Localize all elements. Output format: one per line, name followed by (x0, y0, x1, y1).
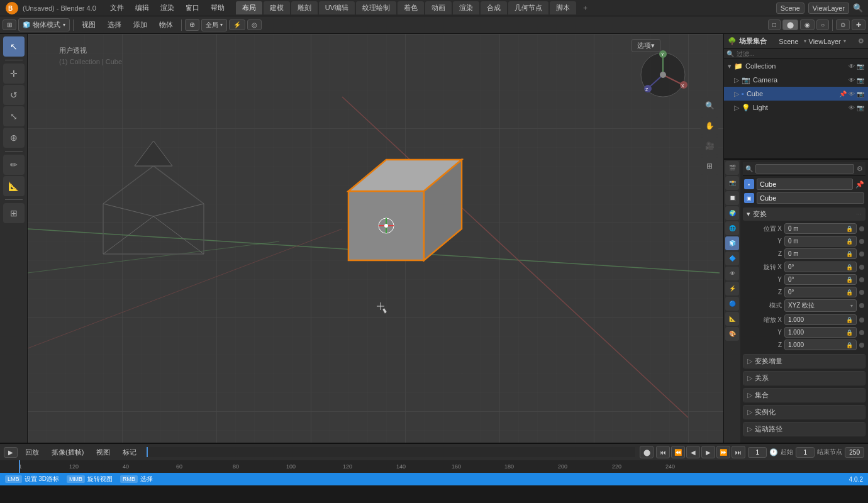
editor-type-button[interactable]: ⊞ (3, 19, 16, 30)
step-back-button[interactable]: ◀ (686, 446, 700, 458)
props-tab-render[interactable]: 🎬 (725, 161, 739, 175)
jump-start-button[interactable]: ⏮ (656, 446, 670, 458)
rotation-y-lock-icon[interactable]: 🔒 (846, 277, 853, 283)
rotation-z-field[interactable]: 0° 🔒 (784, 287, 857, 297)
rotation-mode-select[interactable]: XYZ 欧拉 ▾ (784, 299, 857, 312)
workspace-tab-geometry[interactable]: 几何节点 (508, 1, 548, 14)
timeline-bar[interactable] (147, 447, 635, 457)
annotate-tool-button[interactable]: ✏ (3, 155, 25, 175)
workspace-tab-rendering[interactable]: 渲染 (453, 1, 479, 14)
rotation-x-keyframe-dot[interactable] (859, 265, 864, 270)
timeline-marker-menu[interactable]: 标记 (118, 446, 142, 458)
rotation-y-field[interactable]: 0° 🔒 (784, 274, 857, 285)
rotation-x-lock-icon[interactable]: 🔒 (846, 264, 853, 270)
workspace-tab-modeling[interactable]: 建模 (264, 1, 290, 14)
viewport-move-button[interactable]: ✋ (701, 117, 718, 135)
timeline-scrubber[interactable]: 1 120 40 60 80 100 120 140 160 180 200 2… (0, 460, 868, 473)
wireframe-shading-button[interactable]: □ (768, 19, 781, 30)
location-y-field[interactable]: 0 m 🔒 (784, 236, 857, 246)
workspace-tab-compositing[interactable]: 合成 (481, 1, 507, 14)
props-object-name-field[interactable] (757, 179, 853, 190)
props-tab-viewlayer[interactable]: 🔲 (725, 191, 739, 205)
workspace-tab-layout[interactable]: 布局 (236, 1, 262, 14)
props-tab-world[interactable]: 🌐 (725, 221, 739, 235)
object-mode-selector[interactable]: 🧊 物体模式 ▾ (18, 18, 70, 31)
location-z-field[interactable]: 0 m 🔒 (784, 248, 857, 259)
current-frame-display[interactable]: 1 (748, 447, 767, 458)
cube-render-icon[interactable]: 📷 (857, 91, 864, 97)
props-tab-modifier[interactable]: 🔷 (725, 252, 739, 265)
scale-z-keyframe-dot[interactable] (859, 343, 864, 348)
timeline-keying-button[interactable]: ⬤ (640, 446, 654, 458)
transform-section-header[interactable]: ▾ 变换 ⋯ (743, 207, 865, 221)
outliner-search-input[interactable] (734, 50, 865, 57)
scene-dropdown[interactable]: Scene (776, 3, 804, 14)
scale-tool-button[interactable]: ⤡ (3, 106, 25, 126)
menu-window[interactable]: 窗口 (181, 2, 204, 14)
outliner-collection-item[interactable]: ▾ 📁 Collection 👁 📷 (724, 59, 868, 73)
location-z-lock-icon[interactable]: 🔒 (846, 251, 853, 257)
props-tab-constraints[interactable]: 🔵 (725, 297, 739, 311)
scale-z-field[interactable]: 1.000 🔒 (784, 340, 857, 350)
view-layer-dropdown[interactable]: ViewLayer (808, 3, 849, 14)
workspace-tab-uv[interactable]: UV编辑 (319, 1, 355, 14)
collections-header[interactable]: ▷ 集合 (743, 389, 865, 402)
transform-options-icon[interactable]: ⋯ (856, 211, 862, 218)
viewport-menu-view[interactable]: 视图 (77, 19, 101, 31)
camera-render-icon[interactable]: 📷 (857, 77, 864, 84)
delta-transform-header[interactable]: ▷ 变换增量 (743, 355, 865, 368)
move-tool-button[interactable]: ✛ (3, 64, 25, 84)
viewport-quad-view-button[interactable]: ⊞ (701, 157, 718, 175)
location-y-keyframe-dot[interactable] (859, 239, 864, 244)
viewport-menu-object[interactable]: 物体 (154, 19, 178, 31)
workspace-tab-texture[interactable]: 纹理绘制 (356, 1, 396, 14)
search-icon[interactable]: 🔍 (853, 3, 863, 13)
props-tab-physics[interactable]: ⚡ (725, 282, 739, 296)
pivot-point-button[interactable]: ⊕ (185, 19, 199, 31)
viewport-menu-select[interactable]: 选择 (103, 19, 126, 31)
props-tab-scene[interactable]: 🌍 (725, 206, 739, 220)
location-y-lock-icon[interactable]: 🔒 (846, 238, 853, 245)
scale-x-field[interactable]: 1.000 🔒 (784, 314, 857, 325)
scale-y-lock-icon[interactable]: 🔒 (846, 329, 853, 336)
solid-shading-button[interactable]: ⬤ (782, 19, 798, 30)
timeline-interpolation-menu[interactable]: 抓像(插帧) (47, 446, 89, 458)
jump-back-keyframe-button[interactable]: ⏪ (671, 446, 685, 458)
timeline-editor-type-button[interactable]: ▶ (4, 447, 18, 458)
play-forward-button[interactable]: ▶ (701, 446, 715, 458)
collection-visibility-icon[interactable]: 👁 (849, 63, 855, 70)
cube-pin-icon[interactable]: 📌 (839, 91, 847, 97)
props-data-name-field[interactable] (757, 192, 864, 204)
workspace-tab-animation[interactable]: 动画 (425, 1, 452, 14)
location-x-field[interactable]: 0 m 🔒 (784, 223, 857, 234)
scale-z-lock-icon[interactable]: 🔒 (846, 342, 853, 348)
instancing-header[interactable]: ▷ 实例化 (743, 406, 865, 419)
transform-tool-button[interactable]: ⊕ (3, 128, 25, 148)
menu-edit[interactable]: 编辑 (130, 2, 154, 14)
props-tab-particles[interactable]: 👁 (725, 267, 739, 280)
viewport-menu-add[interactable]: 添加 (128, 19, 152, 31)
rotate-tool-button[interactable]: ↺ (3, 85, 25, 105)
props-tab-object[interactable]: 🧊 (725, 236, 739, 250)
rotation-y-keyframe-dot[interactable] (859, 277, 864, 282)
viewport-camera-button[interactable]: 🎥 (701, 137, 718, 155)
menu-help[interactable]: 帮助 (206, 2, 230, 14)
snap-button[interactable]: ⚡ (229, 19, 245, 30)
workspace-tab-sculpt[interactable]: 雕刻 (291, 1, 318, 14)
gizmo-button[interactable]: ✚ (852, 19, 865, 30)
add-object-button[interactable]: ⊞ (3, 203, 25, 223)
end-frame-field[interactable]: 250 (845, 447, 864, 458)
cube-visibility-icon[interactable]: 👁 (849, 91, 855, 97)
render-shading-button[interactable]: ○ (816, 19, 829, 30)
overlay-button[interactable]: ⊙ (836, 19, 850, 30)
motion-path-header[interactable]: ▷ 运动路径 (743, 423, 865, 436)
outliner-light-item[interactable]: ▷ 💡 Light 👁 📷 (724, 101, 868, 114)
select-tool-button[interactable]: ↖ (3, 36, 25, 57)
scale-x-lock-icon[interactable]: 🔒 (846, 317, 853, 323)
material-shading-button[interactable]: ◉ (800, 19, 815, 30)
workspace-tab-shading[interactable]: 着色 (398, 1, 424, 14)
outliner-cube-item[interactable]: ▷ ▪ Cube 📌 👁 📷 (724, 87, 868, 101)
scale-y-keyframe-dot[interactable] (859, 330, 864, 335)
workspace-tab-scripting[interactable]: 脚本 (550, 1, 576, 14)
props-tab-output[interactable]: 📸 (725, 176, 739, 190)
